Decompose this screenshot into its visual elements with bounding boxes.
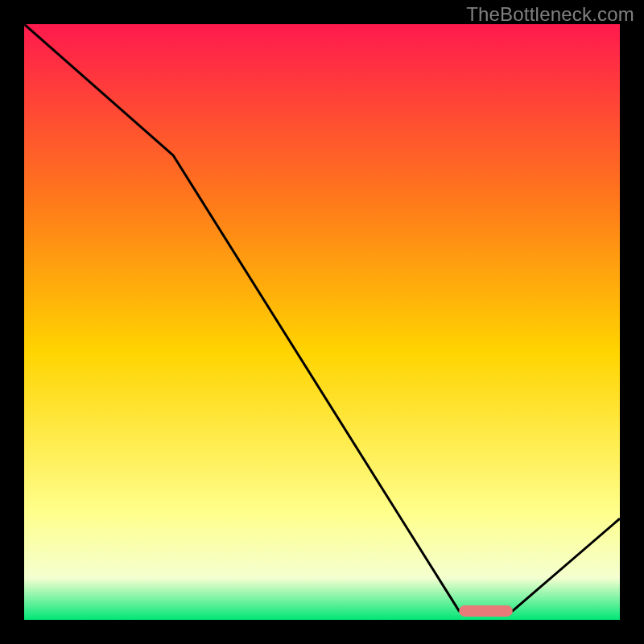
watermark-text: TheBottleneck.com — [466, 3, 634, 26]
chart-background — [24, 24, 620, 620]
valley-marker — [459, 605, 513, 617]
plot-area — [24, 24, 620, 620]
chart-svg — [24, 24, 620, 620]
chart-container: TheBottleneck.com — [0, 0, 644, 644]
